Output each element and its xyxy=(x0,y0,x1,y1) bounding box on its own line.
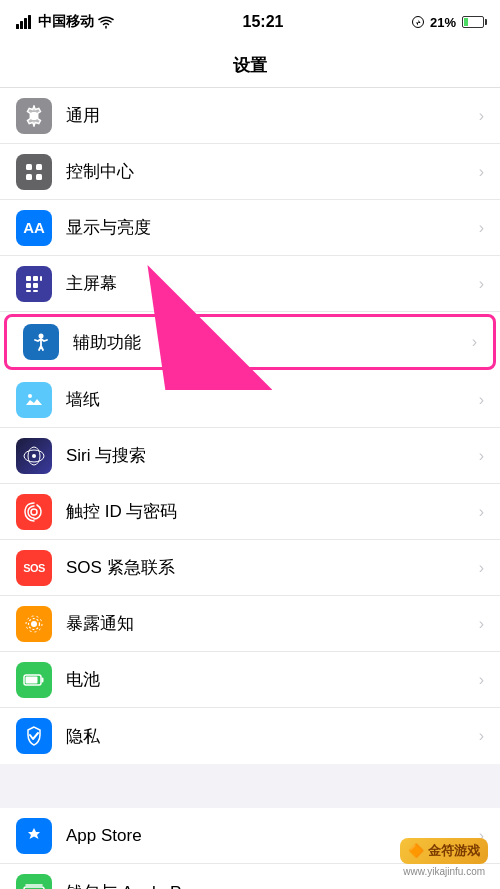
svg-rect-28 xyxy=(42,677,44,682)
section-separator xyxy=(0,772,500,808)
svg-point-4 xyxy=(412,17,423,28)
wifi-icon xyxy=(98,16,114,29)
accessibility-icon xyxy=(30,331,52,353)
carrier-label: 中国移动 xyxy=(38,13,94,31)
label-battery: 电池 xyxy=(66,668,471,691)
svg-rect-9 xyxy=(26,174,32,180)
watermark-badge: 🔶 金符游戏 xyxy=(400,838,488,864)
chevron-home-screen: › xyxy=(479,275,484,293)
row-home-screen[interactable]: 主屏幕 › xyxy=(0,256,500,312)
nav-bar: 设置 xyxy=(0,44,500,88)
battery-settings-icon xyxy=(23,673,45,687)
row-sos[interactable]: SOS SOS 紧急联系 › xyxy=(0,540,500,596)
row-accessibility[interactable]: 辅助功能 › xyxy=(4,314,496,370)
privacy-icon xyxy=(23,725,45,747)
status-time: 15:21 xyxy=(243,13,284,31)
icon-exposure xyxy=(16,606,52,642)
chevron-wallpaper: › xyxy=(479,391,484,409)
label-control-center: 控制中心 xyxy=(66,160,471,183)
svg-rect-1 xyxy=(20,21,23,29)
row-exposure[interactable]: 暴露通知 › xyxy=(0,596,500,652)
icon-general xyxy=(16,98,52,134)
label-siri: Siri 与搜索 xyxy=(66,444,471,467)
icon-sos: SOS xyxy=(16,550,52,586)
watermark-text: 金符游戏 xyxy=(428,843,480,858)
gear-icon xyxy=(23,105,45,127)
row-siri[interactable]: Siri 与搜索 › xyxy=(0,428,500,484)
svg-rect-7 xyxy=(26,164,32,170)
status-bar: 中国移动 15:21 21% xyxy=(0,0,500,44)
row-wallpaper[interactable]: 墙纸 › xyxy=(0,372,500,428)
app-store-icon xyxy=(23,825,45,847)
chevron-battery: › xyxy=(479,671,484,689)
svg-rect-29 xyxy=(26,676,38,683)
row-battery[interactable]: 电池 › xyxy=(0,652,500,708)
chevron-sos: › xyxy=(479,559,484,577)
display-icon-text: AA xyxy=(23,219,45,236)
svg-point-24 xyxy=(31,621,37,627)
watermark-icon: 🔶 xyxy=(408,843,428,858)
row-touch-id[interactable]: 触控 ID 与密码 › xyxy=(0,484,500,540)
label-display: 显示与亮度 xyxy=(66,216,471,239)
exposure-icon xyxy=(23,613,45,635)
status-right: 21% xyxy=(412,15,484,30)
svg-rect-14 xyxy=(33,283,38,288)
battery-percent: 21% xyxy=(430,15,456,30)
chevron-general: › xyxy=(479,107,484,125)
svg-rect-17 xyxy=(40,276,42,281)
home-screen-icon xyxy=(23,273,45,295)
icon-battery xyxy=(16,662,52,698)
wallpaper-icon xyxy=(23,389,45,411)
label-touch-id: 触控 ID 与密码 xyxy=(66,500,471,523)
row-general[interactable]: 通用 › xyxy=(0,88,500,144)
svg-rect-12 xyxy=(33,276,38,281)
touch-id-icon xyxy=(23,501,45,523)
row-control-center[interactable]: 控制中心 › xyxy=(0,144,500,200)
label-accessibility: 辅助功能 xyxy=(73,331,464,354)
chevron-wallet: › xyxy=(479,883,484,889)
svg-rect-0 xyxy=(16,24,19,29)
chevron-siri: › xyxy=(479,447,484,465)
icon-app-store xyxy=(16,818,52,854)
chevron-privacy: › xyxy=(479,727,484,745)
chevron-control-center: › xyxy=(479,163,484,181)
svg-rect-3 xyxy=(28,15,31,29)
chevron-accessibility: › xyxy=(472,333,477,351)
svg-rect-13 xyxy=(26,283,31,288)
row-privacy[interactable]: 隐私 › xyxy=(0,708,500,764)
svg-rect-11 xyxy=(26,276,31,281)
icon-display: AA xyxy=(16,210,52,246)
svg-rect-8 xyxy=(36,164,42,170)
label-general: 通用 xyxy=(66,104,471,127)
label-home-screen: 主屏幕 xyxy=(66,272,471,295)
svg-point-23 xyxy=(31,509,37,515)
watermark-url: www.yikajinfu.com xyxy=(403,866,485,877)
chevron-touch-id: › xyxy=(479,503,484,521)
wallet-icon xyxy=(23,883,45,889)
battery-fill xyxy=(464,18,468,26)
label-sos: SOS 紧急联系 xyxy=(66,556,471,579)
label-wallet: 钱包与 Apple Pay xyxy=(66,881,471,890)
icon-control-center xyxy=(16,154,52,190)
icon-privacy xyxy=(16,718,52,754)
svg-rect-10 xyxy=(36,174,42,180)
status-left: 中国移动 xyxy=(16,13,114,31)
signal-icon xyxy=(16,15,34,29)
svg-point-18 xyxy=(39,334,44,339)
sos-text: SOS xyxy=(23,562,45,574)
page-title: 设置 xyxy=(233,54,267,77)
row-display[interactable]: AA 显示与亮度 › xyxy=(0,200,500,256)
chevron-exposure: › xyxy=(479,615,484,633)
settings-container: 通用 › 控制中心 › AA 显示与亮度 › xyxy=(0,88,500,889)
svg-point-19 xyxy=(28,394,32,398)
icon-wallet xyxy=(16,874,52,889)
icon-wallpaper xyxy=(16,382,52,418)
label-privacy: 隐私 xyxy=(66,725,471,748)
label-exposure: 暴露通知 xyxy=(66,612,471,635)
icon-accessibility xyxy=(23,324,59,360)
svg-rect-16 xyxy=(33,290,38,292)
svg-rect-15 xyxy=(26,290,31,292)
svg-rect-2 xyxy=(24,18,27,29)
icon-home-screen xyxy=(16,266,52,302)
icon-touch-id xyxy=(16,494,52,530)
